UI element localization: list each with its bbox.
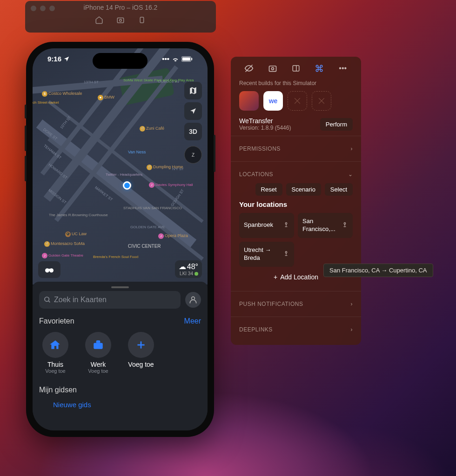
volume-up-button[interactable] bbox=[25, 126, 27, 151]
traffic-light-close[interactable] bbox=[31, 6, 36, 11]
map-mode-button[interactable] bbox=[184, 82, 202, 99]
cloud-icon: ☁ bbox=[179, 262, 186, 271]
svg-point-17 bbox=[271, 67, 274, 70]
inspector-panel: ••• Recent builds for this Simulator we … bbox=[231, 57, 361, 345]
visibility-icon[interactable] bbox=[244, 63, 254, 73]
poi-label[interactable]: 🎓UC Law bbox=[65, 231, 87, 237]
poi-label[interactable]: ●BMW bbox=[98, 95, 114, 100]
compass-button[interactable]: Z bbox=[184, 146, 202, 164]
traffic-light-minimize[interactable] bbox=[40, 6, 46, 11]
poi-label[interactable]: Twitter - Headquarters bbox=[106, 173, 142, 177]
poi-label[interactable]: 🍴Zuni Café bbox=[140, 126, 164, 132]
svg-rect-5 bbox=[191, 58, 192, 60]
chevron-right-icon: › bbox=[351, 301, 353, 307]
poi-label[interactable]: Van Ness bbox=[128, 150, 146, 154]
svg-rect-2 bbox=[140, 17, 144, 23]
home-icon bbox=[49, 339, 61, 351]
user-location-dot bbox=[123, 181, 131, 190]
street-label: GOLDEN GATE AVE bbox=[130, 225, 165, 229]
poi-label[interactable]: ♪Opera Plaza bbox=[158, 233, 188, 239]
build-placeholder[interactable] bbox=[312, 91, 331, 111]
svg-point-25 bbox=[344, 223, 346, 225]
poi-label[interactable]: ♪Golden Gate Theatre bbox=[42, 253, 83, 258]
power-button[interactable] bbox=[214, 135, 215, 172]
svg-rect-8 bbox=[48, 269, 50, 271]
sidebar-icon[interactable] bbox=[291, 63, 301, 73]
svg-rect-4 bbox=[182, 57, 190, 60]
iphone-device-frame: 9:16 ••• 13TH ST DUBOCE AV 10TH ST DORE … bbox=[26, 42, 214, 437]
locations-row[interactable]: LOCATIONS ⌄ bbox=[231, 165, 361, 183]
map-view[interactable]: 13TH ST DUBOCE AV 10TH ST DORE ST TEHAMA… bbox=[33, 48, 208, 284]
new-guide-button[interactable]: Nieuwe gids bbox=[53, 401, 201, 409]
traffic-light-zoom[interactable] bbox=[49, 6, 55, 11]
device-screen: 9:16 ••• 13TH ST DUBOCE AV 10TH ST DORE … bbox=[33, 48, 208, 430]
search-icon bbox=[44, 296, 51, 304]
poi-label[interactable]: ♪Davies Symphony Hall bbox=[149, 182, 193, 188]
poi-label[interactable]: ch Street narket bbox=[33, 101, 59, 105]
poi-label[interactable]: $Costco Wholesale bbox=[42, 91, 82, 97]
chevron-right-icon: › bbox=[351, 326, 353, 333]
permissions-row[interactable]: PERMISSIONS › bbox=[231, 140, 361, 158]
pin-icon bbox=[283, 250, 289, 258]
search-input[interactable]: Zoek in Kaarten bbox=[39, 291, 181, 309]
build-icon[interactable] bbox=[239, 91, 259, 111]
your-locations-title: Your locations bbox=[239, 200, 353, 208]
sheet-grabber[interactable] bbox=[111, 286, 129, 288]
rotate-icon[interactable] bbox=[138, 16, 146, 26]
push-notifications-row[interactable]: PUSH NOTIFICATIONS › bbox=[231, 295, 361, 313]
poi-label[interactable]: CIVIC CENTER bbox=[128, 244, 161, 249]
svg-line-10 bbox=[48, 301, 50, 302]
poi-label[interactable]: 🍴Dumpling Home bbox=[147, 165, 183, 170]
command-icon[interactable] bbox=[314, 63, 324, 73]
mute-switch[interactable] bbox=[25, 105, 27, 119]
favorite-home[interactable]: Thuis Voeg toe bbox=[39, 332, 72, 374]
scenario-button[interactable]: Scenario bbox=[286, 183, 321, 196]
svg-rect-12 bbox=[94, 343, 103, 349]
svg-rect-16 bbox=[269, 66, 276, 72]
app-name: WeTransfer bbox=[239, 117, 291, 125]
3d-button[interactable]: 3D bbox=[184, 123, 202, 140]
poi-label[interactable]: STADHUIS VAN SAN FRANCISCO bbox=[123, 206, 182, 211]
location-card-sf[interactable]: San Francisco,... bbox=[298, 213, 353, 238]
tooltip: San Francisco, CA → Cupertino, CA bbox=[323, 264, 433, 277]
look-around-button[interactable] bbox=[38, 261, 60, 278]
poi-label[interactable]: 🍴Montesacro SoMa bbox=[44, 241, 85, 247]
svg-point-24 bbox=[285, 223, 287, 225]
build-placeholder[interactable] bbox=[288, 91, 307, 111]
profile-button[interactable] bbox=[185, 292, 201, 308]
street-label: 13TH ST bbox=[84, 80, 99, 84]
bottom-sheet[interactable]: Zoek in Kaarten Favorieten Meer Thuis Vo… bbox=[33, 282, 208, 430]
status-time: 9:16 bbox=[47, 55, 61, 63]
favorite-work[interactable]: Werk Voeg toe bbox=[82, 332, 114, 374]
reset-button[interactable]: Reset bbox=[255, 183, 282, 196]
location-card-spanbroek[interactable]: Spanbroek bbox=[239, 213, 294, 238]
dynamic-island[interactable] bbox=[93, 53, 148, 69]
chevron-right-icon: › bbox=[351, 145, 353, 152]
poi-label[interactable]: SoMa West Skate Park and Dog Play Area bbox=[123, 79, 194, 83]
build-icon-selected[interactable]: we bbox=[263, 91, 283, 111]
poi-label[interactable]: The James R.Browning Courthouse bbox=[49, 213, 108, 218]
favorite-add[interactable]: Voeg toe bbox=[125, 332, 157, 374]
svg-rect-0 bbox=[117, 18, 124, 23]
select-button[interactable]: Select bbox=[325, 183, 353, 196]
simulator-window-chrome: iPhone 14 Pro – iOS 16.2 bbox=[25, 1, 216, 33]
locate-button[interactable] bbox=[184, 102, 202, 120]
svg-point-26 bbox=[285, 251, 287, 253]
deeplinks-row[interactable]: DEEPLINKS › bbox=[231, 321, 361, 338]
search-placeholder: Zoek in Kaarten bbox=[54, 296, 107, 304]
volume-down-button[interactable] bbox=[25, 156, 27, 181]
home-icon[interactable] bbox=[95, 16, 103, 26]
more-link[interactable]: Meer bbox=[184, 317, 201, 325]
perform-button[interactable]: Perform bbox=[320, 118, 353, 131]
pin-icon bbox=[283, 221, 289, 229]
street-label: 10TH ST bbox=[60, 115, 72, 130]
screenshot-icon[interactable] bbox=[268, 63, 278, 73]
weather-badge[interactable]: ☁48° LKI 34 bbox=[175, 260, 202, 278]
simulator-title: iPhone 14 Pro – iOS 16.2 bbox=[84, 4, 158, 11]
more-icon[interactable]: ••• bbox=[338, 63, 348, 73]
location-card-utrecht[interactable]: Utrecht → Breda bbox=[239, 242, 294, 267]
screenshot-icon[interactable] bbox=[116, 16, 125, 26]
app-version: Version: 1.8.9 (5446) bbox=[239, 125, 291, 131]
poi-label[interactable]: Brenda's French Soul Food bbox=[93, 255, 138, 259]
chevron-down-icon: ⌄ bbox=[348, 171, 353, 178]
